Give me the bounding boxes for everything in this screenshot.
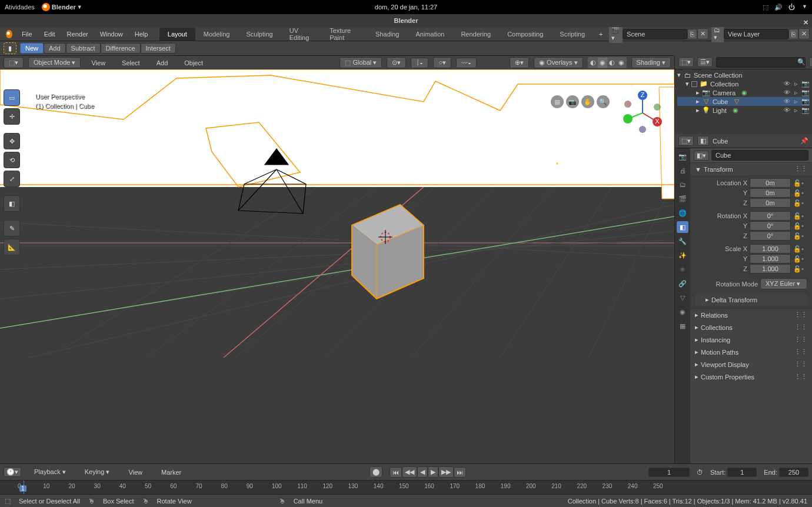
next-key-button[interactable]: ▶▶ — [438, 466, 454, 478]
mode-select[interactable]: Object Mode ▾ — [28, 57, 81, 68]
viewlayer-icon[interactable]: 🗂▾ — [711, 25, 724, 42]
scene-delete-button[interactable]: ✕ — [697, 28, 708, 39]
add-bool-button[interactable]: Add — [44, 43, 66, 54]
chevron-down-icon[interactable]: ▼ — [802, 4, 807, 11]
auto-key-toggle[interactable]: ⬤ — [370, 466, 382, 478]
render-tab[interactable]: 📷 — [677, 151, 688, 162]
close-icon[interactable]: ✕ — [803, 16, 808, 29]
custom-properties-panel[interactable]: ▸ Custom Properties⋮⋮ — [690, 371, 812, 383]
scale-tool[interactable]: ⤢ — [4, 171, 20, 187]
properties-type-button[interactable]: ⬚▾ — [678, 136, 694, 146]
viewport-display-panel[interactable]: ▸ Viewport Display⋮⋮ — [690, 358, 812, 371]
delta-transform-header[interactable]: ▸ Delta Transform — [695, 293, 807, 306]
play-rev-button[interactable]: ◀ — [417, 466, 428, 478]
proportional-toggle[interactable]: ○▾ — [433, 57, 451, 68]
scene-field[interactable] — [623, 29, 687, 39]
network-icon[interactable]: ⬚ — [763, 4, 768, 11]
texture-tab[interactable]: ▦ — [677, 320, 688, 332]
tab-compositing[interactable]: Compositing — [499, 28, 551, 41]
rotation-z-field[interactable]: 0° — [750, 231, 791, 241]
scale-y-field[interactable]: 1.000 — [750, 254, 791, 263]
panel-menu-icon[interactable]: ⋮⋮ — [794, 165, 807, 173]
help-menu[interactable]: Help — [129, 29, 154, 39]
viewport-3d[interactable]: User Perspective (1) Collection | Cube ▭… — [0, 69, 674, 463]
pan-button[interactable]: ✋ — [581, 95, 594, 108]
scene-icon[interactable]: 🎬▾ — [609, 25, 623, 43]
prev-key-button[interactable]: ◀◀ — [402, 466, 417, 478]
tab-layout[interactable]: Layout — [159, 28, 195, 41]
nav-gizmo[interactable]: X Z — [619, 89, 666, 136]
motion-paths-panel[interactable]: ▸ Motion Paths⋮⋮ — [690, 346, 812, 358]
light-item[interactable]: Light — [713, 107, 727, 114]
camera-item[interactable]: Camera — [713, 89, 736, 96]
pin-icon[interactable]: 📌 — [800, 137, 808, 145]
relations-panel[interactable]: ▸ Relations⋮⋮ — [690, 309, 812, 321]
eye-icon[interactable]: 👁 — [783, 80, 791, 88]
instancing-panel[interactable]: ▸ Instancing⋮⋮ — [690, 333, 812, 346]
orientation-select[interactable]: ⬚ Global ▾ — [340, 57, 382, 68]
camera-view-button[interactable]: ▦ — [551, 95, 564, 108]
measure-tool[interactable]: 📐 — [4, 239, 20, 255]
edit-menu[interactable]: Edit — [38, 29, 61, 39]
scene-collection-item[interactable]: Scene Collection — [694, 72, 743, 79]
mesh-tab[interactable]: ▽ — [677, 292, 688, 303]
select-tool[interactable]: ▭ — [4, 89, 20, 106]
end-frame-field[interactable]: 250 — [779, 468, 808, 477]
move-tool[interactable]: ✥ — [4, 133, 20, 149]
location-x-field[interactable]: 0m — [750, 178, 791, 188]
rotate-tool[interactable]: ⟲ — [4, 152, 20, 168]
play-button[interactable]: ▶ — [428, 466, 438, 478]
tab-animation[interactable]: Animation — [407, 28, 452, 41]
playback-menu[interactable]: Playback ▾ — [28, 466, 72, 478]
scene-browse-button[interactable]: ⎘ — [687, 29, 697, 39]
viewlayer-field[interactable] — [724, 29, 788, 39]
editor-type-button[interactable]: ⬚▾ — [4, 57, 24, 68]
transform-tool[interactable]: ◧ — [4, 195, 20, 212]
outliner[interactable]: ▾🗀Scene Collection ▾📁Collection 👁▹📷 ▸📷Ca… — [675, 69, 812, 134]
window-menu[interactable]: Window — [94, 29, 129, 39]
physics-tab[interactable]: ⚛ — [677, 263, 688, 275]
new-button[interactable]: New — [20, 43, 44, 54]
transform-panel-header[interactable]: ▼Transform⋮⋮ — [690, 163, 812, 175]
file-menu[interactable]: File — [16, 29, 38, 39]
tab-rendering[interactable]: Rendering — [452, 28, 499, 41]
scene-tab[interactable]: 🎬 — [677, 193, 688, 205]
view-menu[interactable]: View — [85, 58, 111, 68]
viewlayer-new-button[interactable]: ⎘ — [788, 29, 798, 39]
jump-end-button[interactable]: ⏭ — [454, 467, 466, 478]
selection-tool-icon[interactable]: ▮ — [4, 42, 16, 54]
gpencil-toggle[interactable]: 〰▾ — [456, 58, 477, 68]
add-menu[interactable]: Add — [151, 58, 174, 68]
viewlayer-tab[interactable]: 🗂 — [677, 179, 688, 191]
render-menu[interactable]: Render — [61, 29, 94, 39]
filter-button[interactable]: ▽▾ — [809, 57, 812, 67]
current-frame-field[interactable]: 1 — [648, 468, 690, 477]
location-z-field[interactable]: 0m — [750, 198, 791, 208]
tab-sculpting[interactable]: Sculpting — [238, 28, 281, 41]
outliner-type-button[interactable]: ⬚▾ — [678, 57, 694, 67]
keying-menu[interactable]: Keying ▾ — [79, 466, 116, 478]
power-icon[interactable]: ⏻ — [788, 4, 795, 11]
viewlayer-delete-button[interactable]: ✕ — [798, 28, 810, 39]
add-workspace-button[interactable]: + — [593, 29, 608, 39]
activities-button[interactable]: Atividades — [5, 4, 35, 11]
particle-tab[interactable]: ✨ — [677, 249, 688, 261]
stopwatch-icon[interactable]: ⏱ — [697, 469, 703, 476]
cube-item[interactable]: Cube — [713, 98, 728, 105]
timeline-type-button[interactable]: 🕐▾ — [4, 467, 21, 477]
lock-icon[interactable]: 🔓 — [793, 179, 799, 187]
marker-menu[interactable]: Marker — [155, 467, 187, 478]
object-name-field[interactable] — [711, 150, 808, 161]
scale-x-field[interactable]: 1.000 — [750, 244, 791, 254]
light-object[interactable] — [556, 162, 558, 165]
render-icon[interactable]: 📷 — [801, 80, 810, 88]
location-y-field[interactable]: 0m — [750, 188, 791, 198]
timeline-ruler[interactable]: 0102030405060708090100110120130140150160… — [0, 480, 812, 494]
collection-item[interactable]: Collection — [710, 81, 738, 88]
rotation-x-field[interactable]: 0° — [750, 211, 791, 221]
tab-shading[interactable]: Shading — [367, 28, 407, 41]
pivot-select[interactable]: ⊙▾ — [387, 57, 406, 68]
select-menu[interactable]: Select — [116, 58, 146, 68]
overlays-toggle[interactable]: ◉ Overlays ▾ — [534, 57, 583, 68]
scale-z-field[interactable]: 1.000 — [750, 264, 791, 273]
